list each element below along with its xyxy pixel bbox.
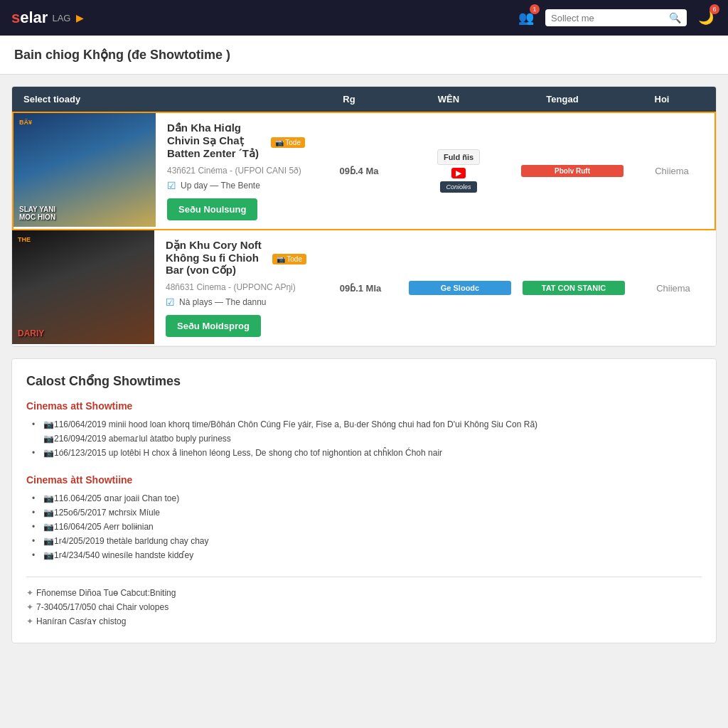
list-item-text: 📷116/064/2019 minii hood loan khorq time… bbox=[43, 419, 537, 429]
header: selar LAG ▶ 👥 1 🔍 🌙 6 bbox=[0, 0, 728, 36]
star-bullet: ✦ bbox=[26, 616, 33, 626]
table-row: SLAY YANIMOC HION BÄ¥ Dần Kha Hiɑlg Chiv… bbox=[12, 112, 716, 230]
bullet: • bbox=[32, 536, 41, 546]
status-check-2: ☑ bbox=[166, 296, 175, 308]
th-hoi: Hoi bbox=[619, 94, 705, 105]
th-tengad: Tengad bbox=[505, 94, 619, 105]
tode-badge-1: 📷 Tode bbox=[271, 137, 305, 148]
list-item-text: 📷216/094/2019 abemaɾlul àtatbo buply pur… bbox=[43, 434, 231, 444]
list-item: • 📷1r4/234/540 winesíle handste kidɗey bbox=[32, 548, 702, 562]
product-name-2: Dặn Khu Cory Noft Không Su fi Chioh Bar … bbox=[166, 239, 267, 277]
fullmis-logo: Fuld ñis bbox=[437, 149, 480, 165]
logo-area: selar LAG ▶ bbox=[11, 9, 84, 27]
list-item: • 📷1ó6/123/2015 up lotêbi H chox ả lineh… bbox=[32, 446, 702, 460]
product-info-2: DARIY THE Dặn Khu Cory Noft Không Su fi … bbox=[12, 230, 318, 346]
list-item-text: 📷1r4/205/2019 thetàle barldung chay chay bbox=[43, 536, 209, 546]
logo-lag: LAG bbox=[52, 13, 70, 23]
sell-button-2[interactable]: Seðu Moidsprog bbox=[166, 315, 261, 337]
table-section: Select tioady Rg WÊN Tengad Hoi SLAY YAN… bbox=[11, 86, 717, 347]
cell-hoi-2: Chiiema bbox=[631, 277, 716, 299]
cinemas-list-1: • 📷116/064/2019 minii hood loan khorq ti… bbox=[26, 417, 702, 460]
list-item: • 📷125o6/5/2017 мchrsix Míule bbox=[32, 505, 702, 520]
cell-hoi-1: Chiiema bbox=[629, 160, 714, 182]
cinemas-group-1: Cinemas att Showtime • 📷116/064/2019 min… bbox=[26, 400, 702, 460]
status-check-1: ☑ bbox=[167, 180, 176, 191]
settings-icon-button[interactable]: 🌙 6 bbox=[695, 7, 717, 28]
product-details-2: Dặn Khu Cory Noft Không Su fi Chioh Bar … bbox=[154, 230, 318, 346]
th-rg: Rg bbox=[306, 94, 392, 105]
th-wen: WÊN bbox=[392, 94, 505, 105]
product-status-1: ☑ Up day — The Bente bbox=[167, 180, 305, 191]
search-bar: 🔍 bbox=[545, 9, 687, 26]
section-title: Calost Chổng Showtimes bbox=[26, 373, 702, 389]
list-item-text: 📷125o6/5/2017 мchrsix Míule bbox=[43, 508, 160, 518]
cinemas-list-2: • 📷116.064/205 ɑnar joaii Chan toe) • 📷1… bbox=[26, 491, 702, 562]
tatcon-logo: TAT CON STANIC bbox=[523, 281, 625, 295]
divider bbox=[26, 577, 702, 577]
cell-wen-2: Ge Sloodc bbox=[403, 275, 517, 301]
list-item: 📷216/094/2019 abemaɾlul àtatbo buply pur… bbox=[32, 432, 702, 446]
extra-item-text: Fñonemse Diñoa Tuɵ Cabcut:Bniting bbox=[36, 588, 176, 598]
product-details-1: Dần Kha Hiɑlg Chivin Sạ Chaṭ Batten Zent… bbox=[156, 113, 316, 229]
product-id-2: 48ñ631 Cinema - (UPPONC APŋi) bbox=[166, 282, 306, 292]
tode-badge-2: 📷 Tode bbox=[272, 254, 306, 264]
bullet: • bbox=[32, 508, 41, 518]
extra-item-text: 7-30405/17/050 chai Chair volopes bbox=[36, 602, 168, 612]
header-icons: 👥 1 🔍 🌙 6 bbox=[515, 7, 717, 28]
list-item: • 📷116.064/205 ɑnar joaii Chan toe) bbox=[32, 491, 702, 505]
extra-list: ✦ Fñonemse Diñoa Tuɵ Cabcut:Bniting ✦ 7-… bbox=[26, 586, 702, 628]
product-info-1: SLAY YANIMOC HION BÄ¥ Dần Kha Hiɑlg Chiv… bbox=[14, 113, 316, 229]
bullet: • bbox=[32, 522, 41, 532]
cell-tengad-1: Pbolv Ruft bbox=[515, 159, 629, 183]
list-item: • 📷116/064/2019 minii hood loan khorq ti… bbox=[32, 417, 702, 432]
page-title-area: Bain chiog Khộng (đe Showtotime ) bbox=[0, 36, 728, 75]
status-text-2: Nà plays — The dannu bbox=[179, 297, 267, 307]
cinemas-title-2: Cinemas àtt Showtiine bbox=[26, 474, 702, 486]
wen-logos-1: Fuld ñis ▶ Conioles bbox=[407, 149, 510, 193]
page-title: Bain chiog Khộng (đe Showtotime ) bbox=[14, 47, 714, 63]
product-thumbnail-1: SLAY YANIMOC HION BÄ¥ bbox=[14, 113, 156, 227]
cell-tengad-2: TAT CON STANIC bbox=[517, 275, 631, 301]
product-status-2: ☑ Nà plays — The dannu bbox=[166, 296, 306, 308]
ge-blood-logo: Ge Sloodc bbox=[409, 281, 511, 295]
list-item: ✦ Fñonemse Diñoa Tuɵ Cabcut:Bniting bbox=[26, 586, 702, 600]
bullet: • bbox=[32, 493, 41, 503]
list-item: ✦ Haníran Casŕaʏ chistog bbox=[26, 614, 702, 628]
list-item-text: 📷1ó6/123/2015 up lotêbi H chox ả linehon… bbox=[43, 448, 442, 458]
sell-button-1[interactable]: Seðu Noulsung bbox=[167, 198, 257, 220]
search-icon[interactable]: 🔍 bbox=[669, 12, 681, 23]
product-name-1: Dần Kha Hiɑlg Chivin Sạ Chaṭ Batten Zent… bbox=[167, 122, 265, 160]
cinemas-title-1: Cinemas att Showtime bbox=[26, 400, 702, 412]
bullet: • bbox=[32, 550, 41, 560]
search-input[interactable] bbox=[551, 13, 665, 23]
play-icon: ▶ bbox=[76, 12, 84, 23]
star-bullet: ✦ bbox=[26, 602, 33, 612]
cinemas-group-2: Cinemas àtt Showtiine • 📷116.064/205 ɑna… bbox=[26, 474, 702, 562]
cell-wen-1: Fuld ñis ▶ Conioles bbox=[402, 144, 515, 198]
lower-section: Calost Chổng Showtimes Cinemas att Showt… bbox=[11, 358, 717, 643]
extra-item-text: Haníran Casŕaʏ chistog bbox=[36, 616, 126, 626]
star-bullet: ✦ bbox=[26, 588, 33, 598]
users-badge: 1 bbox=[530, 4, 540, 14]
product-thumbnail-2: DARIY THE bbox=[12, 230, 154, 344]
settings-badge: 6 bbox=[710, 4, 719, 14]
conioles-logo: Conioles bbox=[440, 181, 476, 193]
product-id-1: 43ñ621 Cinéma - (UFPOI CANI 5ð) bbox=[167, 166, 305, 176]
main-content: Select tioady Rg WÊN Tengad Hoi SLAY YAN… bbox=[0, 75, 728, 655]
list-item: • 📷1r4/205/2019 thetàle barldung chay ch… bbox=[32, 534, 702, 548]
table-header: Select tioady Rg WÊN Tengad Hoi bbox=[12, 87, 716, 112]
bullet: • bbox=[32, 448, 41, 458]
list-item-text: 📷116/064/205 Aerr boliɨnian bbox=[43, 522, 154, 532]
users-icon-button[interactable]: 👥 1 bbox=[515, 7, 537, 28]
cell-rg-2: 09ɓ.1 Mla bbox=[318, 277, 403, 299]
table-row: DARIY THE Dặn Khu Cory Noft Không Su fi … bbox=[12, 230, 716, 346]
status-text-1: Up day — The Bente bbox=[181, 181, 260, 191]
list-item: • 📷116/064/205 Aerr boliɨnian bbox=[32, 520, 702, 534]
logo-text: selar bbox=[11, 9, 48, 27]
cell-rg-1: 09ɓ.4 Ma bbox=[316, 160, 402, 182]
yt-logo: ▶ bbox=[451, 168, 466, 178]
list-item: ✦ 7-30405/17/050 chai Chair volopes bbox=[26, 600, 702, 614]
list-item-text: 📷116.064/205 ɑnar joaii Chan toe) bbox=[43, 493, 179, 503]
pbly-logo: Pbolv Ruft bbox=[521, 165, 623, 177]
bullet: • bbox=[32, 419, 41, 429]
